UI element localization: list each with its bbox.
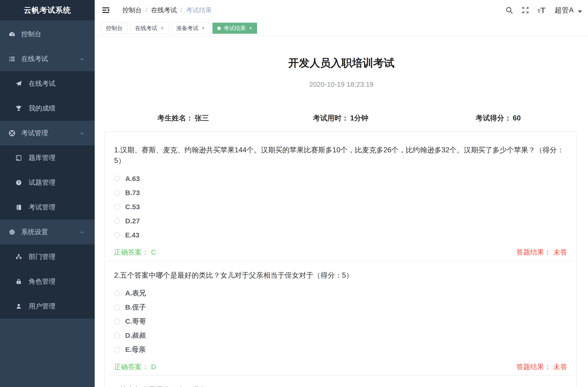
- radio-unchecked-icon: [114, 204, 120, 210]
- sidebar-item-exam-management-page[interactable]: 考试管理: [0, 195, 95, 220]
- sidebar: 云帆考试系统 控制台 在线考试: [0, 0, 95, 387]
- option-row[interactable]: A.表兄: [114, 286, 567, 300]
- question-text: 3.找出与众不同的一个（得分：5）: [114, 385, 567, 387]
- sidebar-item-my-scores[interactable]: 我的成绩: [0, 96, 95, 121]
- tab-dashboard[interactable]: 控制台: [101, 23, 127, 34]
- option-row[interactable]: D.27: [114, 214, 567, 228]
- radio-unchecked-icon: [114, 319, 120, 325]
- questions-card: 1.汉期、赛斯、麦克、约翰逊共买苹果144个。汉期买的苹果比赛斯多10个，比麦克…: [105, 131, 577, 387]
- sidebar-item-label: 控制台: [21, 30, 41, 39]
- option-row[interactable]: D.叔叔: [114, 328, 567, 343]
- sidebar-item-role-management[interactable]: 角色管理: [0, 269, 95, 294]
- caret-down-icon: [578, 10, 582, 13]
- tab-exam-result[interactable]: 考试结果 ×: [212, 23, 257, 34]
- close-icon[interactable]: ×: [161, 25, 164, 31]
- radio-unchecked-icon: [114, 333, 120, 339]
- fullscreen-icon[interactable]: [521, 6, 529, 14]
- exam-datetime: 2020-10-19 18:23:19: [95, 80, 588, 88]
- correct-answer: 正确答案：D: [114, 362, 156, 372]
- sidebar-item-system-settings[interactable]: 系统设置: [0, 220, 95, 244]
- option-row[interactable]: B.侄子: [114, 300, 567, 314]
- user-icon: [15, 303, 22, 310]
- question-block-3: 3.找出与众不同的一个（得分：5）: [114, 385, 567, 387]
- breadcrumb-item-online-exam[interactable]: 在线考试: [151, 6, 177, 15]
- life-ring-icon: [8, 130, 16, 137]
- sidebar-item-question-bank[interactable]: 题库管理: [0, 145, 95, 170]
- user-name: 超管A: [554, 5, 574, 15]
- sidebar-item-label: 题库管理: [29, 153, 55, 162]
- close-icon[interactable]: ×: [202, 25, 205, 31]
- exam-score: 考试得分：60: [420, 113, 577, 123]
- option-row[interactable]: C.53: [114, 200, 567, 214]
- option-row[interactable]: E.母亲: [114, 343, 567, 357]
- tab-label: 考试结果: [224, 24, 246, 32]
- sitemap-icon: [15, 253, 22, 260]
- option-row[interactable]: C.哥哥: [114, 314, 567, 328]
- search-icon[interactable]: [505, 6, 513, 14]
- notebook-icon: [15, 204, 22, 211]
- hamburger-icon[interactable]: [101, 5, 110, 15]
- trophy-icon: [15, 105, 22, 112]
- sidebar-item-dashboard[interactable]: 控制台: [0, 22, 95, 46]
- question-text: 1.汉期、赛斯、麦克、约翰逊共买苹果144个。汉期买的苹果比赛斯多10个，比麦克…: [114, 145, 567, 166]
- submenu-exam-management: 题库管理 ? 试题管理: [0, 145, 95, 220]
- book-icon: [15, 155, 22, 161]
- sidebar-item-label: 在线考试: [21, 54, 48, 64]
- sidebar-item-label: 部门管理: [29, 252, 55, 261]
- sidebar-item-label: 角色管理: [29, 277, 55, 286]
- list-icon: [8, 55, 16, 63]
- radio-unchecked-icon: [114, 304, 120, 311]
- candidate-name: 考生姓名：张三: [105, 113, 262, 123]
- close-icon[interactable]: ×: [249, 25, 252, 31]
- sidebar-item-label: 考试管理: [29, 203, 55, 212]
- top-navbar: 控制台 / 在线考试 / 考试结果: [95, 0, 588, 20]
- answer-row: 正确答案：C 答题结果：未答: [114, 248, 567, 257]
- sidebar-item-label: 用户管理: [29, 302, 55, 311]
- sidebar-item-label: 试题管理: [29, 178, 55, 187]
- sidebar-item-label: 在线考试: [29, 79, 55, 88]
- sidebar-item-online-exam-page[interactable]: 在线考试: [0, 71, 95, 96]
- app-root: 云帆考试系统 控制台 在线考试: [0, 0, 588, 387]
- sidebar-item-question-management[interactable]: ? 试题管理: [0, 170, 95, 195]
- options-list: A.表兄 B.侄子 C.哥哥 D.叔叔: [114, 286, 567, 357]
- app-title: 云帆考试系统: [24, 5, 71, 16]
- answer-result: 答题结果：未答: [516, 362, 567, 372]
- gear-icon: [8, 228, 16, 236]
- sidebar-item-exam-management[interactable]: 考试管理: [0, 121, 95, 145]
- tab-label: 准备考试: [176, 24, 198, 32]
- question-circle-icon: ?: [15, 179, 22, 186]
- submenu-online-exam: 在线考试 我的成绩: [0, 71, 95, 121]
- sidebar-item-department-management[interactable]: 部门管理: [0, 244, 95, 269]
- font-size-icon[interactable]: TT: [537, 6, 545, 15]
- sidebar-menu: 控制台 在线考试 在线考试: [0, 20, 95, 319]
- user-dropdown[interactable]: 超管A: [554, 5, 582, 15]
- chevron-up-icon: [79, 229, 85, 235]
- svg-text:?: ?: [18, 180, 20, 184]
- tab-online-exam[interactable]: 在线考试 ×: [130, 23, 168, 34]
- sidebar-item-user-management[interactable]: 用户管理: [0, 294, 95, 319]
- breadcrumb-item-dashboard[interactable]: 控制台: [122, 6, 142, 15]
- option-row[interactable]: E.43: [114, 228, 567, 242]
- active-tab-dot: [217, 27, 221, 30]
- submenu-system-settings: 部门管理 角色管理 用户管理: [0, 244, 95, 319]
- option-row[interactable]: A.63: [114, 172, 567, 186]
- tab-prepare-exam[interactable]: 准备考试 ×: [171, 23, 210, 34]
- question-divider: [108, 375, 574, 376]
- radio-unchecked-icon: [114, 190, 120, 196]
- radio-unchecked-icon: [114, 218, 120, 224]
- main-area: 控制台 / 在线考试 / 考试结果: [95, 0, 588, 387]
- chevron-up-icon: [79, 56, 85, 62]
- lock-icon: [15, 278, 22, 285]
- navbar-right-tools: TT 超管A: [505, 5, 588, 15]
- exam-result-page: 开发人员入职培训考试 2020-10-19 18:23:19 考生姓名：张三 考…: [95, 36, 588, 387]
- exam-info-row: 考生姓名：张三 考试用时：1分钟 考试得分：60: [105, 113, 577, 123]
- sidebar-item-online-exam[interactable]: 在线考试: [0, 46, 95, 71]
- option-row[interactable]: B.73: [114, 186, 567, 200]
- sidebar-item-label: 系统设置: [21, 228, 48, 237]
- tab-label: 控制台: [106, 24, 123, 32]
- sidebar-item-label: 我的成绩: [29, 104, 55, 113]
- paper-plane-icon: [15, 80, 22, 87]
- exam-title: 开发人员入职培训考试: [95, 56, 588, 70]
- radio-unchecked-icon: [114, 232, 120, 238]
- sidebar-item-label: 考试管理: [21, 129, 48, 138]
